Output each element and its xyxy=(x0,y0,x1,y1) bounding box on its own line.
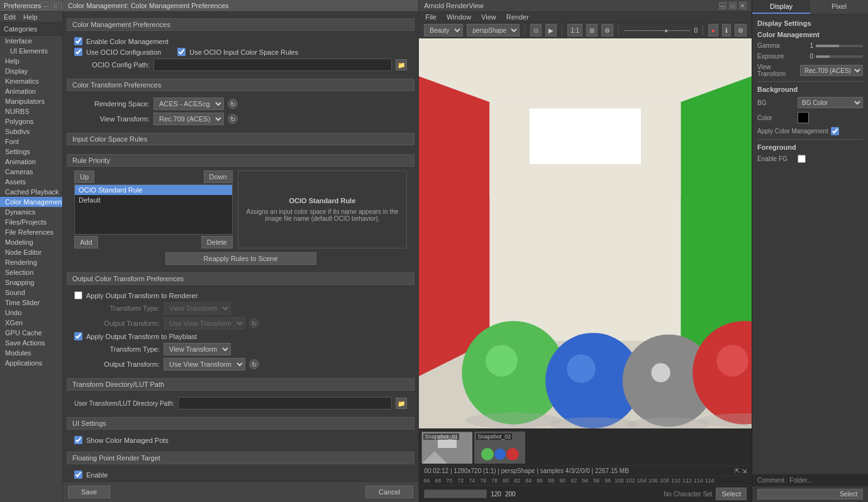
lut-folder-btn[interactable]: 📁 xyxy=(396,398,407,409)
cat-item-rendering[interactable]: Rendering xyxy=(0,257,62,267)
arnold-close[interactable]: ✕ xyxy=(739,2,747,9)
cat-item-help[interactable]: Help xyxy=(0,56,62,66)
color-swatch[interactable] xyxy=(798,112,809,123)
apply-playblast-checkbox[interactable] xyxy=(74,332,82,340)
cat-item-time-slider[interactable]: Time Slider xyxy=(0,298,62,308)
cat-item-modeling[interactable]: Modeling xyxy=(0,237,62,247)
apply-cm-checkbox[interactable] xyxy=(831,127,839,135)
cat-item-save-actions[interactable]: Save Actions xyxy=(0,338,62,348)
view-transform-display-dropdown[interactable]: Rec.709 (ACES) xyxy=(800,65,863,76)
down-btn[interactable]: Down xyxy=(204,170,233,183)
snapshot-01[interactable]: Snapshot_01 xyxy=(421,432,472,463)
arnold-minimize[interactable]: — xyxy=(719,2,726,9)
enable-fg-checkbox[interactable] xyxy=(798,155,806,163)
render-btn[interactable]: ▶ xyxy=(545,24,557,36)
rule-item-default[interactable]: Default xyxy=(75,195,232,205)
cat-item-kinematics[interactable]: Kinematics xyxy=(0,76,62,86)
cat-item-snapping[interactable]: Snapping xyxy=(0,277,62,287)
cat-item-modules[interactable]: Modules xyxy=(0,348,62,358)
show-pots-checkbox[interactable] xyxy=(74,436,82,444)
tab-display[interactable]: Display xyxy=(752,0,810,14)
display-select-btn[interactable]: Select xyxy=(757,489,863,499)
cat-item-nurbs[interactable]: NURBS xyxy=(0,106,62,116)
arnold-title: Arnold RenderView xyxy=(424,2,484,9)
save-btn[interactable]: Save xyxy=(68,486,110,498)
cat-item-ui-elements[interactable]: UI Elements xyxy=(0,46,62,56)
folder-label[interactable]: Folder... xyxy=(789,477,812,484)
cat-item-undo[interactable]: Undo xyxy=(0,308,62,318)
menu-render[interactable]: Render xyxy=(505,13,530,21)
cancel-btn[interactable]: Cancel xyxy=(365,486,413,498)
cat-item-subdivs[interactable]: Subdivs xyxy=(0,126,62,137)
config-folder-btn[interactable]: 📁 xyxy=(396,59,407,70)
camera-btn[interactable]: ⊙ xyxy=(530,24,542,36)
cat-item-dynamics[interactable]: Dynamics xyxy=(0,207,62,217)
menu-window[interactable]: Window xyxy=(445,13,472,21)
record-btn[interactable]: ● xyxy=(708,24,718,36)
apply-renderer-checkbox[interactable] xyxy=(74,291,82,299)
settings2-btn[interactable]: ⚙ xyxy=(735,24,747,36)
cat-item-sound[interactable]: Sound xyxy=(0,287,62,298)
float-enable-checkbox[interactable] xyxy=(74,471,82,479)
svg-point-11 xyxy=(567,354,596,383)
ratio-btn[interactable]: 1:1 xyxy=(567,24,582,36)
reapply-btn[interactable]: Reapply Rules to Scene xyxy=(165,252,316,265)
cat-item-cameras[interactable]: Cameras xyxy=(0,167,62,177)
cat-item-applications[interactable]: Applications xyxy=(0,358,62,368)
gamma-slider[interactable] xyxy=(816,45,863,47)
snapshot-02[interactable]: Snapshot_02 xyxy=(474,432,525,463)
pb-output-refresh[interactable]: ↻ xyxy=(249,359,259,369)
beauty-dropdown[interactable]: Beauty xyxy=(424,24,463,36)
enable-checkbox[interactable] xyxy=(74,37,82,45)
settings-btn[interactable]: ⚙ xyxy=(601,24,613,36)
cat-item-animation[interactable]: Animation xyxy=(0,86,62,96)
menu-view[interactable]: View xyxy=(480,13,498,21)
cat-item-assets[interactable]: Assets xyxy=(0,177,62,187)
lut-path-input[interactable]: //FAB-SRV01/userfiles$/Eckhart.Piqueur/D… xyxy=(178,397,392,410)
cat-item-manipulators[interactable]: Manipulators xyxy=(0,96,62,106)
config-path-input[interactable]: C:/OpenColorIO-Configs/aces_1.2/config.o… xyxy=(153,59,392,71)
arnold-maximize[interactable]: □ xyxy=(729,2,737,9)
select-btn[interactable]: Select xyxy=(716,488,747,500)
grid-btn[interactable]: ⊞ xyxy=(586,24,598,36)
cat-item-file-references[interactable]: File References xyxy=(0,227,62,237)
tab-pixel[interactable]: Pixel xyxy=(810,0,868,14)
cat-item-gpu-cache[interactable]: GPU Cache xyxy=(0,328,62,338)
view-transform-dropdown[interactable]: Rec.709 (ACES) xyxy=(153,113,224,125)
pb-transform-type-dropdown[interactable]: View Transform xyxy=(164,343,231,355)
menu-edit[interactable]: Edit xyxy=(3,13,17,21)
cat-item-display[interactable]: Display xyxy=(0,66,62,76)
cat-item-xgen[interactable]: XGen xyxy=(0,318,62,328)
rendering-space-dropdown[interactable]: ACES - ACEScg xyxy=(153,98,224,110)
up-btn[interactable]: Up xyxy=(74,170,94,183)
arnold-timeline[interactable]: 6668707274767880828486889092949698100102… xyxy=(419,476,752,485)
menu-file[interactable]: File xyxy=(424,13,438,21)
maximize-btn[interactable]: □ xyxy=(51,2,58,9)
ocio-rules-checkbox[interactable] xyxy=(177,48,186,56)
cat-item-font[interactable]: Font xyxy=(0,137,62,147)
exposure-slider[interactable] xyxy=(816,55,863,58)
delete-btn[interactable]: Delete xyxy=(201,236,233,248)
cat-item-animation[interactable]: Animation xyxy=(0,157,62,167)
cat-item-node-editor[interactable]: Node Editor xyxy=(0,247,62,257)
info-btn[interactable]: ℹ xyxy=(722,24,731,36)
view-transform-refresh[interactable]: ↻ xyxy=(228,114,238,124)
cat-item-polygons[interactable]: Polygons xyxy=(0,116,62,126)
menu-help[interactable]: Help xyxy=(22,13,39,21)
cat-item-selection[interactable]: Selection xyxy=(0,267,62,277)
rule-item-ocio[interactable]: OCIO Standard Rule xyxy=(75,185,232,195)
cat-item-color-management[interactable]: Color Management xyxy=(0,197,62,207)
cat-item-settings[interactable]: Settings xyxy=(0,147,62,157)
ocio-checkbox[interactable] xyxy=(74,48,82,56)
cat-item-cached-playback[interactable]: Cached Playback xyxy=(0,187,62,197)
cat-item-files/projects[interactable]: Files/Projects xyxy=(0,217,62,227)
cat-item-interface[interactable]: Interface xyxy=(0,36,62,46)
persp-shape-dropdown[interactable]: perspShape xyxy=(467,24,520,36)
add-btn[interactable]: Add xyxy=(74,236,98,248)
pb-transform-type-label: Transform Type: xyxy=(84,345,160,353)
bg-dropdown[interactable]: BG Color xyxy=(798,97,863,108)
rendering-space-refresh[interactable]: ↻ xyxy=(228,99,238,109)
minimize-btn[interactable]: — xyxy=(41,2,48,9)
pb-output-transform-dropdown[interactable]: Use View Transform xyxy=(164,358,245,371)
timeline-scrubber[interactable] xyxy=(424,489,487,498)
